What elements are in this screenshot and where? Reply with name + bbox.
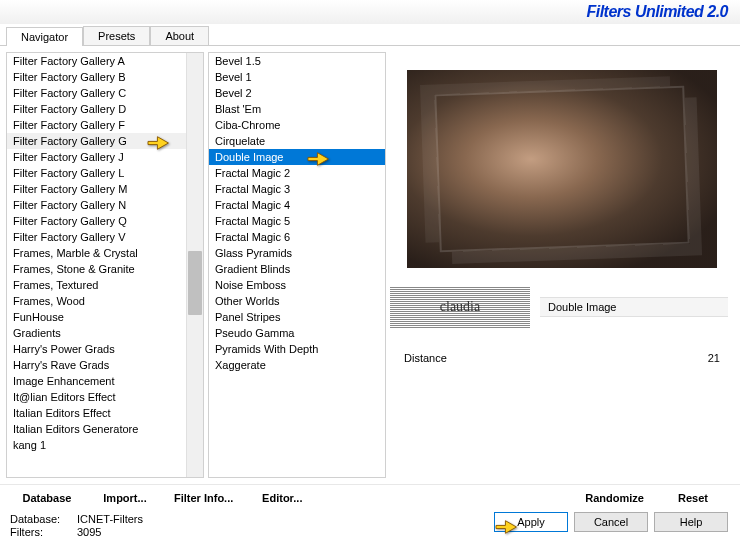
filter-item[interactable]: Fractal Magic 5	[209, 213, 385, 229]
category-item[interactable]: Frames, Wood	[7, 293, 203, 309]
filter-item[interactable]: Glass Pyramids	[209, 245, 385, 261]
filter-item[interactable]: Gradient Blinds	[209, 261, 385, 277]
category-item[interactable]: Frames, Marble & Crystal	[7, 245, 203, 261]
param-row[interactable]: Distance21	[398, 350, 726, 366]
tabs-row: NavigatorPresetsAbout	[0, 24, 740, 46]
filter-item[interactable]: Pseudo Gamma	[209, 325, 385, 341]
filter-list[interactable]: Bevel 1.5Bevel 1Bevel 2Blast 'EmCiba-Chr…	[209, 53, 385, 477]
status-db-value: ICNET-Filters	[77, 513, 143, 525]
filter-name-row: claudia Double Image	[396, 286, 728, 328]
category-scrollbar[interactable]	[186, 53, 203, 477]
status-db-label: Database:	[10, 513, 65, 525]
import-button[interactable]: Import...	[86, 489, 164, 507]
apply-button[interactable]: Apply	[494, 512, 568, 532]
filter-info-button[interactable]: Filter Info...	[164, 489, 243, 507]
category-item[interactable]: Image Enhancement	[7, 373, 203, 389]
category-item[interactable]: Filter Factory Gallery C	[7, 85, 203, 101]
editor-button[interactable]: Editor...	[243, 489, 321, 507]
cancel-button[interactable]: Cancel	[574, 512, 648, 532]
param-label: Distance	[404, 352, 447, 364]
randomize-button[interactable]: Randomize	[575, 489, 654, 507]
filter-item[interactable]: Panel Stripes	[209, 309, 385, 325]
category-list-panel: Filter Factory Gallery AFilter Factory G…	[6, 52, 204, 478]
category-item[interactable]: Filter Factory Gallery F	[7, 117, 203, 133]
filter-list-panel: Bevel 1.5Bevel 1Bevel 2Blast 'EmCiba-Chr…	[208, 52, 386, 478]
category-item[interactable]: Filter Factory Gallery Q	[7, 213, 203, 229]
watermark-badge: claudia	[390, 286, 530, 328]
category-item[interactable]: Filter Factory Gallery L	[7, 165, 203, 181]
category-item[interactable]: Filter Factory Gallery D	[7, 101, 203, 117]
tab-navigator[interactable]: Navigator	[6, 27, 83, 46]
selected-filter-name: Double Image	[540, 297, 728, 317]
param-value: 21	[708, 352, 720, 364]
filter-item[interactable]: Bevel 1.5	[209, 53, 385, 69]
preview-panel: claudia Double Image Distance21	[390, 52, 734, 478]
category-item[interactable]: It@lian Editors Effect	[7, 389, 203, 405]
toolbar-buttons: Database Import... Filter Info... Editor…	[0, 484, 740, 509]
category-item[interactable]: Italian Editors Effect	[7, 405, 203, 421]
title-bar: Filters Unlimited 2.0	[0, 0, 740, 24]
database-button[interactable]: Database	[8, 489, 86, 507]
category-item[interactable]: Harry's Rave Grads	[7, 357, 203, 373]
filter-item[interactable]: Xaggerate	[209, 357, 385, 373]
app-title: Filters Unlimited 2.0	[586, 3, 728, 21]
help-button[interactable]: Help	[654, 512, 728, 532]
params-area: Distance21	[396, 350, 728, 366]
filter-item[interactable]: Bevel 1	[209, 69, 385, 85]
category-item[interactable]: Harry's Power Grads	[7, 341, 203, 357]
category-item[interactable]: Filter Factory Gallery V	[7, 229, 203, 245]
category-item[interactable]: Filter Factory Gallery B	[7, 69, 203, 85]
category-item[interactable]: kang 1	[7, 437, 203, 453]
filter-item[interactable]: Ciba-Chrome	[209, 117, 385, 133]
category-scrollbar-thumb[interactable]	[188, 251, 202, 315]
category-item[interactable]: FunHouse	[7, 309, 203, 325]
category-item[interactable]: Italian Editors Generatore	[7, 421, 203, 437]
status-filters-label: Filters:	[10, 526, 65, 538]
category-item[interactable]: Filter Factory Gallery J	[7, 149, 203, 165]
reset-button[interactable]: Reset	[654, 489, 732, 507]
category-item[interactable]: Gradients	[7, 325, 203, 341]
category-item[interactable]: Filter Factory Gallery N	[7, 197, 203, 213]
category-item[interactable]: Filter Factory Gallery A	[7, 53, 203, 69]
category-item[interactable]: Filter Factory Gallery M	[7, 181, 203, 197]
filter-item[interactable]: Fractal Magic 4	[209, 197, 385, 213]
filter-item[interactable]: Blast 'Em	[209, 101, 385, 117]
filter-item[interactable]: Fractal Magic 6	[209, 229, 385, 245]
category-list[interactable]: Filter Factory Gallery AFilter Factory G…	[7, 53, 203, 477]
tab-presets[interactable]: Presets	[83, 26, 150, 45]
filter-item[interactable]: Double Image	[209, 149, 385, 165]
category-item[interactable]: Frames, Stone & Granite	[7, 261, 203, 277]
category-item[interactable]: Frames, Textured	[7, 277, 203, 293]
category-item[interactable]: Filter Factory Gallery G	[7, 133, 203, 149]
filter-item[interactable]: Bevel 2	[209, 85, 385, 101]
preview-image	[407, 70, 717, 268]
filter-item[interactable]: Pyramids With Depth	[209, 341, 385, 357]
filter-item[interactable]: Noise Emboss	[209, 277, 385, 293]
filter-item[interactable]: Fractal Magic 2	[209, 165, 385, 181]
filter-item[interactable]: Cirquelate	[209, 133, 385, 149]
main-area: Filter Factory Gallery AFilter Factory G…	[0, 46, 740, 484]
status-filters-value: 3095	[77, 526, 101, 538]
tab-about[interactable]: About	[150, 26, 209, 45]
dialog-buttons: Apply Cancel Help	[494, 512, 728, 532]
filter-item[interactable]: Other Worlds	[209, 293, 385, 309]
filter-item[interactable]: Fractal Magic 3	[209, 181, 385, 197]
